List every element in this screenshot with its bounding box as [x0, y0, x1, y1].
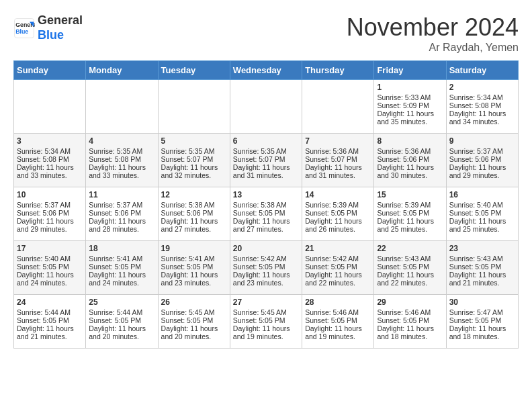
day-info: Sunset: 5:05 PM	[233, 209, 299, 217]
day-info: and 29 minutes.	[17, 225, 83, 233]
column-header-thursday: Thursday	[302, 61, 374, 80]
day-number: 25	[89, 298, 154, 307]
day-info: Sunset: 5:05 PM	[233, 263, 299, 271]
day-info: Sunset: 5:07 PM	[161, 155, 227, 163]
column-header-monday: Monday	[86, 61, 158, 80]
day-number: 7	[305, 136, 371, 146]
day-info: Sunset: 5:08 PM	[89, 155, 154, 163]
calendar-cell: 17Sunrise: 5:40 AMSunset: 5:05 PMDayligh…	[14, 241, 86, 295]
day-info: and 35 minutes.	[377, 118, 443, 126]
day-info: Sunset: 5:05 PM	[17, 263, 83, 271]
day-number: 30	[449, 298, 515, 307]
day-info: Daylight: 11 hours	[233, 163, 299, 171]
day-info: Sunrise: 5:38 AM	[161, 201, 227, 209]
day-number: 19	[161, 244, 227, 253]
day-number: 17	[17, 244, 83, 253]
week-row-2: 3Sunrise: 5:34 AMSunset: 5:08 PMDaylight…	[14, 134, 519, 187]
day-info: Sunset: 5:06 PM	[17, 209, 83, 217]
day-info: and 27 minutes.	[161, 225, 227, 233]
day-info: Sunrise: 5:33 AM	[377, 93, 443, 101]
calendar-cell: 21Sunrise: 5:42 AMSunset: 5:05 PMDayligh…	[302, 241, 374, 295]
day-info: Daylight: 11 hours	[17, 217, 83, 225]
day-info: Sunrise: 5:36 AM	[377, 147, 443, 155]
day-info: Sunset: 5:05 PM	[89, 263, 154, 271]
day-info: Sunrise: 5:34 AM	[17, 147, 83, 155]
day-number: 29	[377, 298, 443, 307]
day-number: 1	[377, 83, 443, 92]
day-info: and 34 minutes.	[449, 118, 515, 126]
calendar-cell: 20Sunrise: 5:42 AMSunset: 5:05 PMDayligh…	[230, 241, 302, 295]
calendar-cell: 23Sunrise: 5:43 AMSunset: 5:05 PMDayligh…	[446, 241, 518, 295]
week-row-5: 24Sunrise: 5:44 AMSunset: 5:05 PMDayligh…	[14, 295, 519, 349]
day-info: Sunrise: 5:39 AM	[305, 201, 371, 209]
day-info: Daylight: 11 hours	[449, 109, 515, 118]
day-info: Sunset: 5:07 PM	[233, 155, 299, 163]
calendar-cell: 30Sunrise: 5:47 AMSunset: 5:05 PMDayligh…	[446, 295, 518, 349]
day-info: Daylight: 11 hours	[377, 109, 443, 118]
day-info: Daylight: 11 hours	[89, 163, 154, 171]
day-number: 18	[89, 244, 154, 253]
day-info: Sunrise: 5:34 AM	[449, 93, 515, 101]
calendar: SundayMondayTuesdayWednesdayThursdayFrid…	[13, 60, 519, 349]
day-info: Daylight: 11 hours	[89, 271, 154, 279]
day-info: and 18 minutes.	[377, 332, 443, 340]
calendar-cell: 6Sunrise: 5:35 AMSunset: 5:07 PMDaylight…	[230, 134, 302, 187]
calendar-cell: 24Sunrise: 5:44 AMSunset: 5:05 PMDayligh…	[14, 295, 86, 349]
day-info: Daylight: 11 hours	[305, 217, 371, 225]
day-info: Sunrise: 5:41 AM	[89, 255, 154, 263]
day-info: Sunset: 5:06 PM	[89, 209, 154, 217]
day-number: 13	[233, 190, 299, 199]
column-header-wednesday: Wednesday	[230, 61, 302, 80]
day-info: Sunrise: 5:43 AM	[377, 255, 443, 263]
day-info: Daylight: 11 hours	[233, 324, 299, 332]
calendar-cell: 13Sunrise: 5:38 AMSunset: 5:05 PMDayligh…	[230, 187, 302, 241]
day-info: Daylight: 11 hours	[89, 217, 154, 225]
week-row-1: 1Sunrise: 5:33 AMSunset: 5:09 PMDaylight…	[14, 80, 519, 134]
day-info: Sunset: 5:05 PM	[233, 316, 299, 324]
day-info: and 32 minutes.	[161, 171, 227, 179]
day-info: Sunrise: 5:45 AM	[233, 308, 299, 316]
day-info: Sunset: 5:05 PM	[377, 209, 443, 217]
calendar-cell	[86, 80, 158, 134]
calendar-cell: 22Sunrise: 5:43 AMSunset: 5:05 PMDayligh…	[374, 241, 446, 295]
day-info: Sunrise: 5:44 AM	[17, 308, 83, 316]
day-info: and 25 minutes.	[449, 225, 515, 233]
day-info: Sunrise: 5:41 AM	[161, 255, 227, 263]
day-number: 2	[449, 83, 515, 92]
day-info: and 21 minutes.	[449, 279, 515, 287]
day-info: Daylight: 11 hours	[449, 324, 515, 332]
day-info: Sunrise: 5:39 AM	[377, 201, 443, 209]
day-info: Daylight: 11 hours	[161, 163, 227, 171]
day-info: Daylight: 11 hours	[305, 324, 371, 332]
day-info: Sunset: 5:06 PM	[161, 209, 227, 217]
day-info: Sunrise: 5:44 AM	[89, 308, 154, 316]
day-info: Daylight: 11 hours	[377, 271, 443, 279]
day-info: Sunrise: 5:42 AM	[233, 255, 299, 263]
day-info: Sunrise: 5:35 AM	[233, 147, 299, 155]
day-number: 20	[233, 244, 299, 253]
day-number: 8	[377, 136, 443, 146]
day-info: Daylight: 11 hours	[377, 324, 443, 332]
day-number: 28	[305, 298, 371, 307]
day-number: 5	[161, 136, 227, 146]
day-info: and 20 minutes.	[89, 332, 154, 340]
day-info: Daylight: 11 hours	[161, 217, 227, 225]
day-info: and 23 minutes.	[161, 279, 227, 287]
day-info: Daylight: 11 hours	[449, 217, 515, 225]
day-info: and 30 minutes.	[377, 171, 443, 179]
header-row: SundayMondayTuesdayWednesdayThursdayFrid…	[14, 61, 519, 80]
day-info: and 18 minutes.	[449, 332, 515, 340]
calendar-cell: 3Sunrise: 5:34 AMSunset: 5:08 PMDaylight…	[14, 134, 86, 187]
calendar-cell: 28Sunrise: 5:46 AMSunset: 5:05 PMDayligh…	[302, 295, 374, 349]
day-info: Daylight: 11 hours	[233, 217, 299, 225]
day-info: Sunset: 5:05 PM	[305, 209, 371, 217]
calendar-cell: 12Sunrise: 5:38 AMSunset: 5:06 PMDayligh…	[158, 187, 230, 241]
day-number: 26	[161, 298, 227, 307]
day-info: Daylight: 11 hours	[161, 271, 227, 279]
location: Ar Raydah, Yemen	[347, 42, 519, 54]
day-info: and 23 minutes.	[233, 279, 299, 287]
day-info: Daylight: 11 hours	[377, 217, 443, 225]
day-info: Daylight: 11 hours	[377, 163, 443, 171]
day-info: and 28 minutes.	[89, 225, 154, 233]
calendar-cell	[158, 80, 230, 134]
